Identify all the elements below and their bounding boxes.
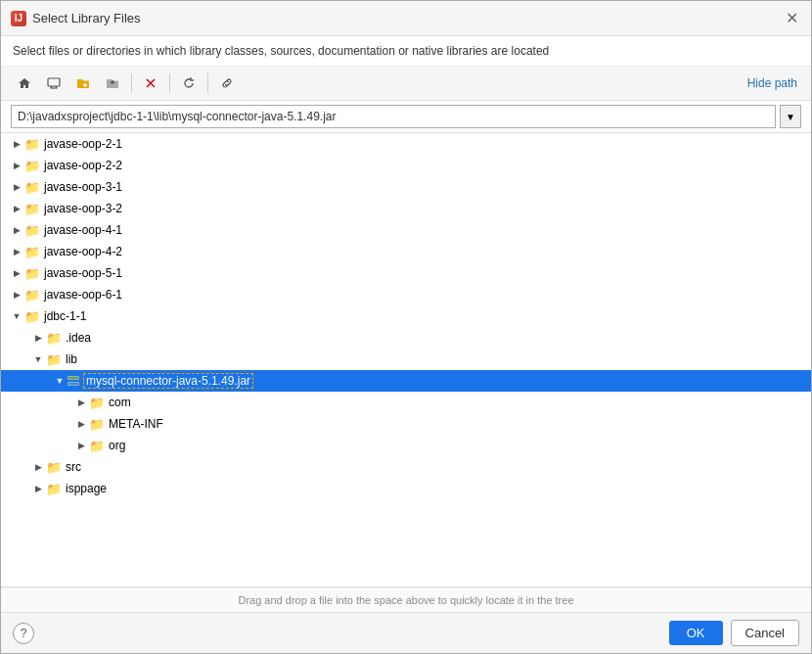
collapse-arrow: ▼: [9, 308, 24, 324]
separator-2: [169, 73, 170, 93]
expand-arrow: ▶: [30, 459, 46, 475]
folder-icon: 📁: [46, 460, 62, 475]
drag-hint-text: Drag and drop a file into the space abov…: [1, 587, 811, 612]
tree-item[interactable]: ▶ 📁 javase-oop-3-2: [1, 198, 811, 219]
toolbar: Hide path: [1, 67, 811, 101]
item-label: com: [109, 396, 131, 409]
tree-item[interactable]: ▶ 📁 META-INF: [1, 413, 811, 435]
item-label: org: [109, 439, 125, 452]
folder-icon: 📁: [24, 309, 40, 324]
separator-1: [131, 73, 132, 93]
hide-path-button[interactable]: Hide path: [744, 74, 801, 92]
collapse-arrow: ▼: [30, 351, 46, 367]
expand-arrow: ▶: [73, 438, 89, 453]
tree-item[interactable]: ▼ 📁 lib: [1, 349, 811, 370]
folder-icon: 📁: [24, 137, 40, 152]
select-library-files-dialog: IJ Select Library Files ✕ Select files o…: [0, 0, 812, 654]
toolbar-left: [11, 70, 241, 96]
expand-arrow: ▶: [30, 330, 46, 346]
separator-3: [207, 73, 208, 93]
folder-icon: 📁: [24, 288, 40, 303]
tree-item[interactable]: ▶ 📁 javase-oop-6-1: [1, 284, 811, 305]
file-tree: ▶ 📁 javase-oop-2-1 ▶ 📁 javase-oop-2-2 ▶ …: [1, 133, 811, 587]
dialog-title: Select Library Files: [32, 11, 141, 25]
folder-icon: 📁: [89, 396, 105, 410]
help-button[interactable]: ?: [13, 623, 34, 644]
item-label: META-INF: [109, 417, 163, 431]
tree-item[interactable]: ▼ 📁 jdbc-1-1: [1, 305, 811, 327]
expand-arrow: ▶: [9, 136, 24, 152]
item-label: lib: [66, 352, 77, 366]
expand-arrow: ▶: [9, 222, 24, 238]
bottom-bar: ? OK Cancel: [1, 612, 811, 653]
item-label: jdbc-1-1: [44, 309, 86, 323]
item-label: javase-oop-4-1: [44, 223, 122, 237]
folder-icon: 📁: [46, 352, 62, 367]
item-label: src: [66, 460, 81, 474]
item-label: javase-oop-3-1: [44, 180, 122, 194]
link-button[interactable]: [213, 70, 241, 96]
item-label: javase-oop-4-2: [44, 245, 122, 258]
description-text: Select files or directories in which lib…: [1, 36, 811, 67]
item-label: javase-oop-5-1: [44, 266, 122, 280]
expand-arrow: ▶: [9, 265, 24, 281]
expand-arrow: ▶: [73, 416, 89, 432]
svg-rect-0: [48, 78, 60, 86]
folder-icon: 📁: [24, 245, 40, 259]
expand-arrow: ▶: [9, 158, 24, 173]
tree-item[interactable]: ▶ 📁 javase-oop-4-2: [1, 241, 811, 262]
folder-icon: 📁: [24, 159, 40, 173]
folder-icon: 📁: [24, 266, 40, 281]
desktop-button[interactable]: [40, 70, 68, 96]
close-button[interactable]: ✕: [782, 9, 801, 28]
tree-item[interactable]: ▶ 📁 com: [1, 392, 811, 413]
item-label: mysql-connector-java-5.1.49.jar: [83, 373, 253, 389]
folder-icon: 📁: [89, 439, 105, 453]
folder-up-button[interactable]: [99, 70, 126, 96]
item-label: javase-oop-3-2: [44, 202, 122, 215]
item-label: javase-oop-2-1: [44, 137, 122, 151]
home-button[interactable]: [11, 70, 38, 96]
tree-item[interactable]: ▶ 📁 javase-oop-4-1: [1, 219, 811, 241]
tree-item[interactable]: ▶ 📁 javase-oop-2-2: [1, 155, 811, 176]
item-label: .idea: [66, 331, 91, 345]
folder-icon: 📁: [89, 417, 105, 432]
collapse-arrow: ▼: [52, 373, 68, 389]
expand-arrow: ▶: [9, 244, 24, 259]
ok-button[interactable]: OK: [669, 621, 723, 645]
folder-icon: 📁: [24, 223, 40, 238]
refresh-button[interactable]: [175, 70, 203, 96]
tree-item-selected[interactable]: ▼ mysql-connector-java-5.1.49.jar: [1, 370, 811, 392]
item-label: isppage: [66, 482, 107, 495]
expand-arrow: ▶: [30, 481, 46, 496]
expand-arrow: ▶: [73, 395, 89, 410]
cancel-button[interactable]: Cancel: [731, 620, 799, 646]
delete-button[interactable]: [137, 70, 164, 96]
tree-item[interactable]: ▶ 📁 .idea: [1, 327, 811, 349]
path-dropdown-button[interactable]: ▼: [780, 105, 801, 128]
app-icon: IJ: [11, 11, 26, 26]
expand-arrow: ▶: [9, 179, 24, 195]
tree-item[interactable]: ▶ 📁 javase-oop-3-1: [1, 176, 811, 198]
tree-item[interactable]: ▶ 📁 isppage: [1, 478, 811, 499]
tree-item[interactable]: ▶ 📁 javase-oop-2-1: [1, 133, 811, 155]
item-label: javase-oop-2-2: [44, 159, 122, 172]
folder-icon: 📁: [24, 180, 40, 195]
path-input[interactable]: [11, 105, 776, 128]
tree-item[interactable]: ▶ 📁 org: [1, 435, 811, 456]
new-folder-button[interactable]: [69, 70, 97, 96]
folder-icon: 📁: [46, 482, 62, 496]
expand-arrow: ▶: [9, 287, 24, 303]
title-bar-left: IJ Select Library Files: [11, 11, 141, 26]
expand-arrow: ▶: [9, 201, 24, 216]
tree-item[interactable]: ▶ 📁 src: [1, 456, 811, 478]
title-bar: IJ Select Library Files ✕: [1, 1, 811, 36]
item-label: javase-oop-6-1: [44, 288, 122, 302]
tree-item[interactable]: ▶ 📁 javase-oop-5-1: [1, 262, 811, 284]
jar-icon: [68, 376, 79, 386]
folder-icon: 📁: [46, 331, 62, 346]
action-buttons: OK Cancel: [669, 620, 799, 646]
folder-icon: 📁: [24, 202, 40, 216]
path-bar: ▼: [1, 101, 811, 133]
